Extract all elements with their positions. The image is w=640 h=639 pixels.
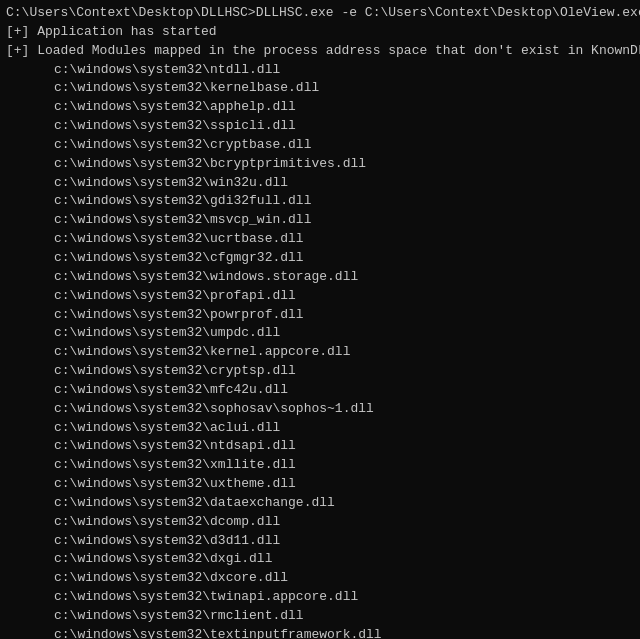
terminal-line: c:\windows\system32\apphelp.dll: [6, 98, 634, 117]
terminal-line: c:\windows\system32\win32u.dll: [6, 174, 634, 193]
terminal-line: c:\windows\system32\dataexchange.dll: [6, 494, 634, 513]
terminal-line: c:\windows\system32\sophosav\sophos~1.dl…: [6, 400, 634, 419]
terminal-line: c:\windows\system32\ntdll.dll: [6, 61, 634, 80]
terminal-line: c:\windows\system32\d3d11.dll: [6, 532, 634, 551]
terminal-line: c:\windows\system32\profapi.dll: [6, 287, 634, 306]
terminal-line: c:\windows\system32\msvcp_win.dll: [6, 211, 634, 230]
title-line: C:\Users\Context\Desktop\DLLHSC>DLLHSC.e…: [6, 4, 634, 23]
terminal-line: c:\windows\system32\ucrtbase.dll: [6, 230, 634, 249]
terminal-line: c:\windows\system32\kernelbase.dll: [6, 79, 634, 98]
terminal-line: c:\windows\system32\uxtheme.dll: [6, 475, 634, 494]
terminal-line: c:\windows\system32\twinapi.appcore.dll: [6, 588, 634, 607]
terminal-line: c:\windows\system32\bcryptprimitives.dll: [6, 155, 634, 174]
terminal-line: c:\windows\system32\textinputframework.d…: [6, 626, 634, 639]
terminal-line: c:\windows\system32\dcomp.dll: [6, 513, 634, 532]
terminal-line: c:\windows\system32\dxcore.dll: [6, 569, 634, 588]
terminal-line: c:\windows\system32\xmllite.dll: [6, 456, 634, 475]
terminal-line: c:\windows\system32\sspicli.dll: [6, 117, 634, 136]
terminal-line: c:\windows\system32\cfgmgr32.dll: [6, 249, 634, 268]
terminal-line: c:\windows\system32\cryptbase.dll: [6, 136, 634, 155]
terminal-line: c:\windows\system32\umpdc.dll: [6, 324, 634, 343]
terminal-line: c:\windows\system32\windows.storage.dll: [6, 268, 634, 287]
terminal-line: [+] Loaded Modules mapped in the process…: [6, 42, 634, 61]
terminal-line: c:\windows\system32\aclui.dll: [6, 419, 634, 438]
terminal-line: c:\windows\system32\rmclient.dll: [6, 607, 634, 626]
terminal-line: c:\windows\system32\ntdsapi.dll: [6, 437, 634, 456]
terminal-line: c:\windows\system32\cryptsp.dll: [6, 362, 634, 381]
terminal-line: c:\windows\system32\kernel.appcore.dll: [6, 343, 634, 362]
terminal-window: C:\Users\Context\Desktop\DLLHSC>DLLHSC.e…: [0, 0, 640, 639]
terminal-line: [+] Application has started: [6, 23, 634, 42]
terminal-line: c:\windows\system32\dxgi.dll: [6, 550, 634, 569]
terminal-line: c:\windows\system32\gdi32full.dll: [6, 192, 634, 211]
terminal-line: c:\windows\system32\mfc42u.dll: [6, 381, 634, 400]
terminal-line: c:\windows\system32\powrprof.dll: [6, 306, 634, 325]
